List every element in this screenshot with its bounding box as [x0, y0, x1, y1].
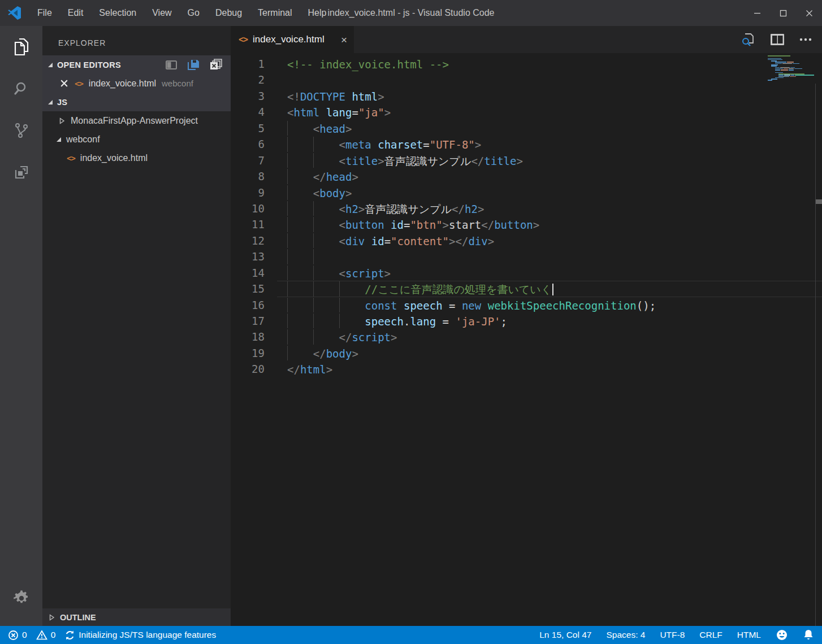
tree-item-file[interactable]: <> index_voice.html	[42, 149, 231, 167]
status-warnings[interactable]: 0	[36, 630, 56, 640]
code-line[interactable]: 16 const speech = new webkitSpeechRecogn…	[231, 297, 822, 313]
code-line[interactable]: 12 <div id="content"></div>	[231, 233, 822, 249]
token-var: speech	[365, 315, 404, 328]
line-number: 2	[231, 72, 265, 88]
code-line[interactable]: 19 </body>	[231, 345, 822, 361]
line-content[interactable]: <div id="content"></div>	[277, 233, 822, 249]
line-content[interactable]: <h2>音声認識サンプル</h2>	[277, 201, 822, 216]
line-content[interactable]: <!-- index_voice.html -->	[277, 56, 822, 72]
code-line[interactable]: 2	[231, 72, 822, 88]
code-line[interactable]: 11 <button id="btn">start</button>	[231, 216, 822, 232]
menu-file[interactable]: File	[29, 8, 60, 18]
folder-section-header[interactable]: JS	[42, 93, 231, 111]
code-line[interactable]: 5 <head>	[231, 120, 822, 136]
menu-selection[interactable]: Selection	[91, 8, 144, 18]
status-errors[interactable]: 0	[8, 630, 27, 641]
minimap[interactable]	[768, 55, 814, 81]
token-op: =	[404, 219, 410, 231]
line-content[interactable]: <body>	[277, 185, 822, 201]
line-content[interactable]: </body>	[277, 345, 822, 361]
status-feedback[interactable]	[776, 629, 788, 641]
token-attr: id	[391, 219, 404, 231]
save-all-icon[interactable]	[187, 59, 200, 71]
code-line[interactable]: 20</html>	[231, 361, 822, 377]
code-line[interactable]: 14 <script>	[231, 265, 822, 281]
line-content[interactable]: //ここに音声認識の処理を書いていく	[277, 281, 822, 297]
line-content[interactable]	[277, 72, 822, 88]
menu-view[interactable]: View	[144, 8, 179, 18]
open-preview-icon[interactable]	[741, 32, 755, 47]
status-bar-right: Ln 15, Col 47Spaces: 4UTF-8CRLFHTML	[525, 629, 814, 641]
code-line[interactable]: 3<!DOCTYPE html>	[231, 88, 822, 104]
indent-guide	[339, 298, 340, 312]
status-eol[interactable]: CRLF	[699, 630, 722, 640]
line-content[interactable]: </head>	[277, 168, 822, 184]
code-line[interactable]: 9 <body>	[231, 185, 822, 201]
activity-settings[interactable]	[0, 577, 42, 619]
code-line[interactable]: 17 speech.lang = 'ja-JP';	[231, 313, 822, 329]
twistie-expanded-icon	[48, 100, 53, 105]
code-line[interactable]: 8 </head>	[231, 168, 822, 184]
maximize-button[interactable]	[770, 0, 796, 26]
source-control-icon	[14, 122, 29, 139]
code-line[interactable]: 18 </script>	[231, 329, 822, 345]
line-content[interactable]: </html>	[277, 361, 822, 377]
line-content[interactable]: <button id="btn">start</button>	[277, 216, 822, 232]
line-content[interactable]: <html lang="ja">	[277, 104, 822, 120]
scrollbar-marker[interactable]	[816, 199, 822, 204]
line-content[interactable]: <title>音声認識サンプル</title>	[277, 153, 822, 168]
activity-extensions[interactable]	[0, 151, 42, 193]
tab-close-icon[interactable]: ×	[341, 34, 347, 45]
menu-edit[interactable]: Edit	[60, 8, 92, 18]
line-content[interactable]: speech.lang = 'ja-JP';	[277, 313, 822, 329]
token-punct: <	[313, 123, 319, 135]
token-punct: >	[488, 235, 494, 247]
overview-ruler-divider	[815, 84, 816, 626]
open-editors-header[interactable]: OPEN EDITORS	[42, 55, 231, 74]
line-content[interactable]: <script>	[277, 265, 822, 281]
outline-section-header[interactable]: OUTLINE	[42, 608, 231, 626]
status-language-mode[interactable]: HTML	[737, 630, 761, 640]
line-content[interactable]: <!DOCTYPE html>	[277, 88, 822, 104]
line-content[interactable]: <head>	[277, 120, 822, 136]
code-line[interactable]: 4<html lang="ja">	[231, 104, 822, 120]
token-text	[371, 138, 378, 151]
more-actions-icon[interactable]	[799, 38, 812, 41]
toggle-layout-icon[interactable]	[165, 59, 178, 71]
status-indentation[interactable]: Spaces: 4	[606, 630, 645, 640]
line-content[interactable]	[277, 249, 822, 264]
line-content[interactable]: const speech = new webkitSpeechRecogniti…	[277, 297, 822, 313]
code-line[interactable]: 1<!-- index_voice.html -->	[231, 56, 822, 72]
tree-item-folder[interactable]: MonacaFirstApp-AnswerProject	[42, 111, 231, 130]
token-text	[287, 171, 313, 183]
tab-bar: <> index_voice.html ×	[231, 26, 822, 53]
menu-go[interactable]: Go	[180, 8, 207, 18]
status-language-status[interactable]: Initializing JS/TS language features	[64, 630, 216, 641]
code-editor[interactable]: 1<!-- index_voice.html -->23<!DOCTYPE ht…	[231, 53, 822, 626]
activity-search[interactable]	[0, 68, 42, 110]
status-notifications[interactable]	[803, 629, 814, 641]
token-punct: >	[478, 203, 484, 215]
tab-index-voice-html[interactable]: <> index_voice.html ×	[231, 26, 354, 53]
open-editor-item[interactable]: <> index_voice.html webconf	[42, 74, 231, 93]
status-encoding[interactable]: UTF-8	[660, 630, 685, 640]
close-all-icon[interactable]	[209, 59, 223, 71]
code-line[interactable]: 15 //ここに音声認識の処理を書いていく	[231, 281, 822, 297]
close-icon[interactable]	[60, 79, 68, 88]
code-line[interactable]: 10 <h2>音声認識サンプル</h2>	[231, 201, 822, 216]
menu-terminal[interactable]: Terminal	[250, 8, 300, 18]
line-content[interactable]: </script>	[277, 329, 822, 345]
activity-explorer[interactable]	[0, 26, 42, 68]
code-line[interactable]: 6 <meta charset="UTF-8">	[231, 136, 822, 152]
split-editor-icon[interactable]	[770, 33, 785, 46]
code-line[interactable]: 13	[231, 249, 822, 264]
folder-label: webconf	[66, 134, 100, 145]
menu-debug[interactable]: Debug	[207, 8, 250, 18]
minimize-button[interactable]	[744, 0, 770, 26]
status-cursor-position[interactable]: Ln 15, Col 47	[539, 630, 591, 640]
code-line[interactable]: 7 <title>音声認識サンプル</title>	[231, 153, 822, 168]
activity-source-control[interactable]	[0, 110, 42, 151]
close-window-button[interactable]	[796, 0, 822, 26]
tree-item-folder[interactable]: webconf	[42, 130, 231, 149]
line-content[interactable]: <meta charset="UTF-8">	[277, 136, 822, 152]
